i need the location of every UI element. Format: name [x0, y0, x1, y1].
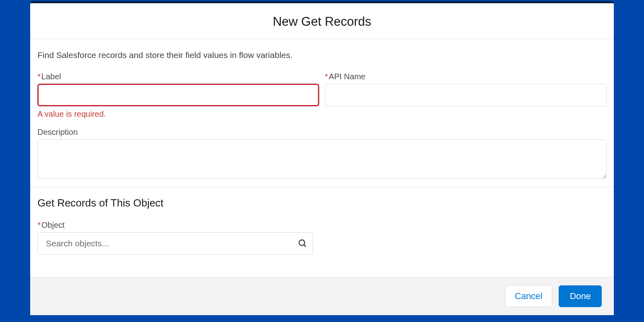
modal-header: New Get Records — [30, 3, 614, 39]
label-input[interactable] — [37, 84, 319, 106]
description-input[interactable] — [37, 139, 607, 179]
done-button[interactable]: Done — [559, 285, 602, 307]
new-get-records-modal: New Get Records Find Salesforce records … — [30, 1, 614, 315]
object-search-wrapper — [37, 232, 313, 255]
required-asterisk: * — [37, 221, 41, 229]
modal-title: New Get Records — [30, 14, 614, 29]
section-title: Get Records of This Object — [37, 197, 607, 209]
form-row-label-api: *Label A value is required. *API Name — [37, 72, 607, 119]
section-divider — [30, 187, 614, 187]
object-field-label: *Object — [37, 221, 607, 230]
api-name-group: *API Name — [325, 72, 607, 119]
object-search-input[interactable] — [37, 232, 313, 255]
api-name-field-label: *API Name — [325, 72, 607, 81]
label-text: Label — [41, 72, 61, 81]
description-group: Description — [37, 128, 607, 179]
intro-text: Find Salesforce records and store their … — [37, 50, 607, 60]
required-asterisk: * — [37, 72, 41, 81]
label-field-label: *Label — [37, 72, 319, 81]
modal-footer: Cancel Done — [30, 277, 614, 315]
modal-body: Find Salesforce records and store their … — [30, 39, 614, 277]
description-field-label: Description — [37, 128, 607, 137]
api-name-input[interactable] — [325, 84, 607, 106]
label-group: *Label A value is required. — [37, 72, 319, 119]
label-error-message: A value is required. — [37, 109, 319, 119]
object-text: Object — [41, 221, 65, 229]
api-name-text: API Name — [329, 72, 365, 81]
object-group: *Object — [37, 221, 607, 255]
required-asterisk: * — [325, 72, 328, 81]
cancel-button[interactable]: Cancel — [505, 285, 552, 307]
